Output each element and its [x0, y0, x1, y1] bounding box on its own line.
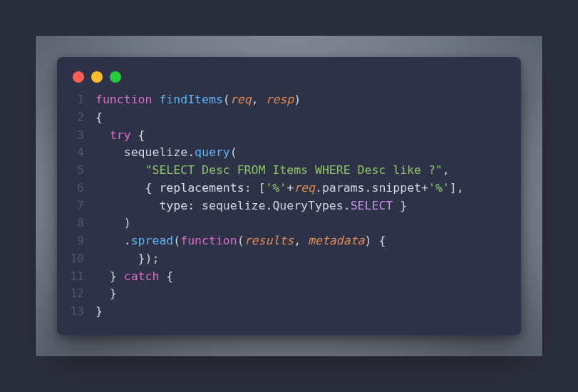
code-content: } catch {	[96, 268, 173, 286]
token-punct: }	[96, 269, 124, 283]
token-punct: )	[294, 93, 301, 106]
token-param: resp	[265, 93, 294, 106]
code-content: .spread(function(results, metadata) {	[96, 232, 386, 250]
token-str: '%'	[428, 181, 450, 195]
token-punct: (	[237, 234, 244, 247]
token-punct	[96, 145, 124, 159]
line-number: 10	[67, 250, 96, 268]
token-prop: type	[159, 199, 187, 212]
token-param: metadata	[308, 234, 364, 247]
token-punct: .	[265, 199, 272, 212]
token-const: SELECT	[351, 199, 393, 212]
token-punct: (	[230, 145, 237, 159]
line-number: 7	[67, 197, 96, 215]
code-editor: 1function findItems(req, resp)2{3 try {4…	[57, 88, 521, 331]
line-number: 11	[67, 268, 96, 286]
token-kw: try	[110, 128, 131, 142]
code-content: type: sequelize.QueryTypes.SELECT }	[96, 197, 407, 215]
token-str: '%'	[265, 181, 287, 195]
token-kw: function	[180, 234, 237, 247]
token-punct: (	[173, 234, 180, 247]
token-punct: +	[287, 181, 294, 195]
token-punct: )	[96, 216, 131, 229]
code-line: 3 try {	[67, 127, 511, 145]
token-kw: function	[96, 93, 152, 106]
code-line: 8 )	[67, 215, 511, 232]
code-line: 4 sequelize.query(	[67, 144, 511, 162]
token-param: req	[230, 93, 252, 106]
token-str: "SELECT Desc FROM Items WHERE Desc like …	[145, 163, 443, 177]
code-content: )	[96, 215, 131, 232]
token-punct: ,	[294, 234, 308, 247]
token-punct: {	[131, 128, 145, 142]
line-number: 6	[67, 180, 96, 197]
token-param: req	[294, 181, 315, 195]
token-param: results	[244, 234, 294, 247]
token-punct: .	[365, 181, 372, 195]
code-content: });	[96, 250, 159, 268]
code-line: 2{	[67, 109, 511, 127]
token-punct: ,	[252, 93, 266, 106]
token-punct: }	[96, 304, 103, 318]
code-content: { replacements: ['%'+req.params.snippet+…	[96, 180, 464, 197]
token-punct: .	[96, 234, 131, 247]
token-obj: sequelize	[124, 145, 187, 159]
token-punct: (	[223, 93, 230, 106]
outer-frame: 1function findItems(req, resp)2{3 try {4…	[36, 36, 542, 356]
code-content: sequelize.query(	[96, 144, 237, 162]
token-punct: ],	[450, 181, 464, 195]
token-punct: ,	[443, 163, 450, 177]
line-number: 5	[67, 162, 96, 180]
token-prop: replacements	[159, 181, 244, 195]
token-punct: });	[96, 252, 159, 265]
code-line: 10 });	[67, 250, 511, 268]
line-number: 3	[67, 127, 96, 145]
line-number: 13	[67, 303, 96, 321]
token-obj: snippet	[371, 181, 421, 195]
code-line: 12 }	[67, 285, 511, 303]
token-punct: .	[344, 199, 351, 212]
token-punct	[96, 128, 110, 142]
token-punct: {	[96, 110, 103, 124]
code-content: "SELECT Desc FROM Items WHERE Desc like …	[96, 162, 450, 180]
line-number: 2	[67, 109, 96, 127]
token-punct: :	[187, 199, 202, 212]
code-content: try {	[96, 127, 145, 145]
window-titlebar	[57, 57, 521, 88]
code-line: 7 type: sequelize.QueryTypes.SELECT }	[67, 197, 511, 215]
line-number: 4	[67, 144, 96, 162]
code-content: }	[96, 285, 117, 303]
token-fn: findItems	[159, 93, 222, 106]
code-content: function findItems(req, resp)	[96, 91, 301, 109]
token-punct: {	[159, 269, 173, 283]
line-number: 9	[67, 232, 96, 250]
token-kw: catch	[124, 269, 160, 283]
zoom-icon[interactable]	[110, 71, 121, 83]
token-punct: {	[96, 181, 159, 195]
minimize-icon[interactable]	[91, 71, 103, 83]
token-punct: +	[421, 181, 428, 195]
token-punct: ) {	[365, 234, 386, 247]
code-line: 11 } catch {	[67, 268, 511, 286]
token-punct	[152, 93, 159, 106]
line-number: 8	[67, 215, 96, 232]
token-punct	[96, 163, 145, 177]
line-number: 1	[67, 91, 96, 109]
code-line: 6 { replacements: ['%'+req.params.snippe…	[67, 180, 511, 197]
code-line: 5 "SELECT Desc FROM Items WHERE Desc lik…	[67, 162, 511, 180]
token-punct: }	[96, 287, 117, 300]
token-obj: QueryTypes	[272, 199, 343, 212]
code-line: 13}	[67, 303, 511, 321]
token-punct: }	[393, 199, 407, 212]
token-obj: params	[322, 181, 365, 195]
token-punct: : [	[244, 181, 266, 195]
code-content: {	[96, 109, 103, 127]
token-method: spread	[131, 234, 174, 247]
close-icon[interactable]	[73, 71, 84, 83]
line-number: 12	[67, 285, 96, 303]
code-content: }	[96, 303, 103, 321]
token-punct	[96, 199, 159, 212]
code-line: 1function findItems(req, resp)	[67, 91, 511, 109]
token-obj: sequelize	[202, 199, 265, 212]
code-window: 1function findItems(req, resp)2{3 try {4…	[57, 57, 521, 335]
